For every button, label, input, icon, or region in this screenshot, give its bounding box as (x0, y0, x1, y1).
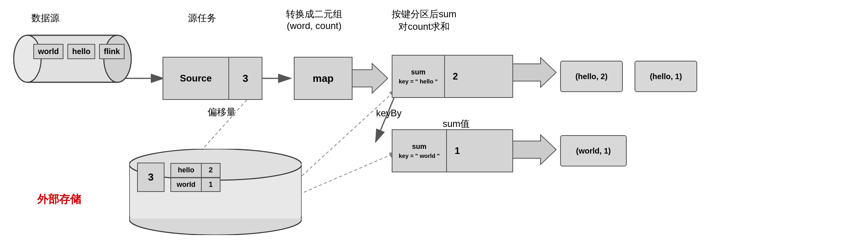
source-op-box: Source 3 (163, 57, 262, 100)
cyl-item-flink: flink (99, 44, 125, 59)
svg-line-11 (294, 153, 396, 197)
sum-world-value: 1 (447, 130, 468, 172)
svg-marker-7 (509, 135, 556, 165)
disk-svg (129, 149, 302, 235)
disk: 3 hello 2 world 1 (129, 149, 302, 235)
disk-world-key: world (170, 177, 202, 192)
diagram: 数据源 world hello flink 源任务 (0, 0, 868, 246)
disk-hello-val: 2 (201, 163, 221, 177)
disk-row-world: world 1 (170, 177, 220, 192)
disk-number: 3 (137, 163, 165, 192)
label-data-source: 数据源 (31, 12, 60, 24)
map-op-box: map (294, 57, 353, 100)
source-label: Source (163, 58, 229, 99)
label-keyby: keyBy (376, 108, 401, 119)
cyl-item-hello: hello (67, 44, 95, 59)
label-source-task: 源任务 (188, 12, 216, 24)
result-world-1: (world, 1) (560, 135, 627, 166)
sum-world-box: sum key = " world " 1 (392, 129, 513, 172)
sum-hello-box: sum key = " hello " 2 (392, 55, 513, 98)
result-hello-2: (hello, 2) (560, 61, 623, 92)
label-external-storage: 外部存储 (37, 192, 81, 207)
result-hello-1: (hello, 1) (635, 61, 697, 92)
cyl-item-world: world (33, 44, 63, 59)
source-number: 3 (229, 58, 262, 99)
disk-content: 3 hello 2 world 1 (137, 163, 220, 192)
data-source-cylinder: world hello flink (12, 31, 133, 88)
sum-hello-left: sum key = " hello " (392, 56, 445, 97)
sum-hello-value: 2 (445, 56, 466, 97)
cylinder-items: world hello flink (33, 44, 125, 59)
label-sum-value: sum值 (443, 118, 470, 130)
label-offset: 偏移量 (208, 106, 236, 118)
disk-row-hello: hello 2 (170, 163, 220, 177)
svg-marker-6 (509, 58, 556, 87)
label-transform: 转换成二元组 (word, count) (286, 8, 342, 31)
label-keyby-sum: 按键分区后sum 对count求和 (392, 8, 456, 33)
svg-line-10 (294, 90, 396, 183)
disk-world-val: 1 (201, 177, 221, 192)
sum-world-left: sum key = " world " (392, 130, 447, 172)
disk-kv: hello 2 world 1 (170, 163, 220, 192)
disk-hello-key: hello (170, 163, 202, 177)
